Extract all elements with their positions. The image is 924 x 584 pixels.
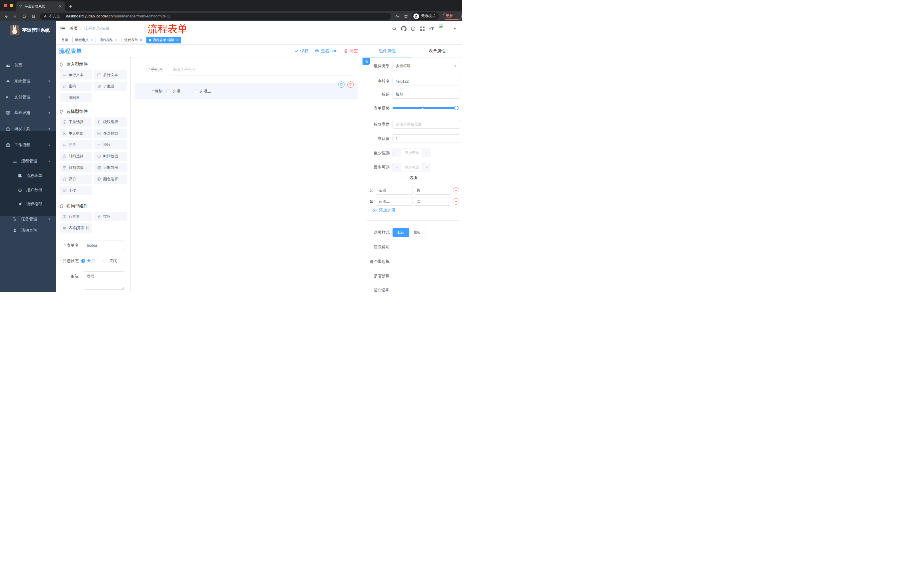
browser-update-button[interactable]: 更新 ⋮: [443, 13, 462, 20]
browser-menu-icon[interactable]: ⋮: [455, 14, 459, 18]
save-button[interactable]: 保存: [294, 48, 309, 54]
home-icon[interactable]: [30, 14, 36, 18]
address-bar[interactable]: 不安全 dashboard.yudao.iocoder.cn/bpm/manag…: [40, 13, 391, 20]
plus-icon[interactable]: ＋: [423, 163, 431, 171]
font-size-icon[interactable]: ᴛT: [429, 26, 434, 31]
tag-process-form[interactable]: 流程表单✕: [122, 37, 145, 43]
tag-home[interactable]: 首页: [59, 37, 71, 43]
reload-icon[interactable]: [21, 14, 28, 18]
tag-close-icon[interactable]: ✕: [90, 38, 93, 42]
key-icon[interactable]: [395, 14, 400, 18]
slider-track[interactable]: [393, 107, 456, 109]
minimize-window-button[interactable]: [10, 4, 13, 7]
selected-component-gender[interactable]: *性别 选项一 选项二: [135, 83, 358, 99]
palette-item-table[interactable]: 表格[开发中]: [60, 224, 92, 233]
option-1-label-input[interactable]: 选项一: [376, 186, 413, 194]
remove-option-button[interactable]: −: [453, 187, 459, 193]
form-remark-textarea[interactable]: 嘿嘿: [84, 271, 125, 290]
form-canvas[interactable]: *手机号 请输入手机号 *性别 选项一 选项二: [130, 58, 362, 292]
new-tab-button[interactable]: ＋: [68, 3, 73, 10]
form-grid-slider[interactable]: [393, 104, 456, 112]
delete-component-button[interactable]: [347, 81, 354, 88]
palette-item-single-text[interactable]: 单行文本: [60, 70, 92, 79]
search-icon[interactable]: [392, 26, 397, 31]
min-select-stepper[interactable]: − 至少应选 ＋: [393, 148, 431, 157]
status-radio-on[interactable]: 开启: [81, 258, 95, 263]
style-default-button[interactable]: 默认: [393, 228, 409, 237]
close-window-button[interactable]: [4, 4, 7, 7]
gender-checkbox-2[interactable]: [193, 89, 197, 93]
component-type-select[interactable]: 多选框组 ▼: [393, 62, 460, 70]
palette-item-button[interactable]: 按钮: [94, 212, 127, 221]
drag-handle-icon[interactable]: [369, 199, 373, 204]
palette-item-password[interactable]: 密码: [60, 82, 92, 91]
palette-item-row-container[interactable]: 行容器: [60, 212, 92, 221]
max-select-stepper[interactable]: − 最多可选 ＋: [393, 163, 431, 171]
form-name-input[interactable]: biubiu: [84, 240, 125, 250]
avatar-caret-icon[interactable]: ▼: [454, 27, 456, 30]
sidebar-item-process-model[interactable]: 流程模型: [0, 197, 56, 211]
avatar[interactable]: [438, 23, 449, 34]
sidebar-item-leave-query[interactable]: 请假查询: [0, 224, 56, 238]
gender-checkbox-1[interactable]: [167, 89, 170, 93]
drag-handle-icon[interactable]: [369, 188, 373, 192]
remove-option-button[interactable]: −: [453, 198, 459, 204]
sidebar-item-payment[interactable]: ¥ 支付管理▼: [0, 90, 56, 104]
palette-item-editor[interactable]: 编辑器: [60, 93, 92, 102]
link-tag[interactable]: [363, 58, 370, 65]
palette-item-time-picker[interactable]: 时间选择: [60, 152, 92, 161]
palette-item-textarea[interactable]: 多行文本: [94, 70, 127, 79]
minus-icon[interactable]: −: [393, 163, 401, 171]
copy-component-button[interactable]: [338, 81, 345, 88]
option-2-label-input[interactable]: 选项二: [376, 197, 413, 206]
palette-item-slider[interactable]: 滑块: [94, 140, 127, 150]
title-input[interactable]: 性别: [393, 90, 460, 99]
sidebar-collapse-icon[interactable]: [60, 26, 65, 31]
sidebar-item-infra[interactable]: 基础设施▼: [0, 106, 56, 120]
palette-item-upload[interactable]: 上传: [60, 186, 92, 195]
palette-item-date-range[interactable]: 日期范围: [94, 163, 127, 172]
palette-item-counter[interactable]: 计数器: [94, 82, 127, 91]
sidebar-item-workflow[interactable]: 工作流程▲: [0, 138, 56, 152]
tab-close-icon[interactable]: ✕: [58, 4, 63, 8]
forward-icon[interactable]: [12, 14, 18, 18]
tab-form-props[interactable]: 表单属性: [412, 44, 462, 58]
option-1-value-input[interactable]: 男: [414, 186, 451, 194]
clear-button[interactable]: 清空: [344, 48, 358, 54]
sidebar-logo-row[interactable]: 芋道管理系统: [0, 21, 56, 36]
sidebar-item-devtools[interactable]: 研发工具▼: [0, 122, 56, 136]
github-icon[interactable]: [401, 26, 406, 31]
tag-close-icon[interactable]: ✕: [140, 38, 142, 42]
palette-item-time-range[interactable]: 时间范围: [94, 152, 127, 161]
help-icon[interactable]: [411, 26, 416, 31]
breadcrumb-home[interactable]: 首页: [70, 26, 78, 31]
palette-item-select[interactable]: 下拉选择: [60, 117, 92, 127]
slider-handle[interactable]: [454, 106, 459, 110]
view-json-button[interactable]: 查看json: [315, 48, 337, 54]
status-radio-off[interactable]: 关闭: [103, 258, 117, 263]
field-name-input[interactable]: field122: [393, 77, 460, 86]
tag-process-model[interactable]: 流程模型✕: [97, 37, 120, 43]
minus-icon[interactable]: −: [393, 149, 401, 157]
palette-item-switch[interactable]: 开关: [60, 140, 92, 150]
back-icon[interactable]: [3, 14, 9, 18]
option-2-value-input[interactable]: 女: [414, 197, 451, 206]
palette-item-date-picker[interactable]: 日期选择: [60, 163, 92, 172]
palette-item-rate[interactable]: 评分: [60, 174, 92, 184]
bookmark-star-icon[interactable]: [404, 14, 408, 18]
sidebar-item-process-form[interactable]: 流程表单: [0, 169, 56, 183]
sidebar-item-system[interactable]: 系统管理▼: [0, 74, 56, 88]
tag-close-icon[interactable]: ✕: [115, 38, 117, 42]
fullscreen-icon[interactable]: [420, 26, 425, 31]
palette-item-cascader[interactable]: 级联选择: [94, 117, 127, 127]
tag-close-icon[interactable]: ✕: [176, 38, 179, 42]
phone-field-input[interactable]: 请输入手机号: [168, 64, 355, 76]
tag-process-definition[interactable]: 流程定义✕: [72, 37, 96, 43]
security-label[interactable]: 不安全: [49, 14, 60, 19]
browser-tab[interactable]: 芋道管理系统 ✕: [16, 2, 65, 11]
add-option-button[interactable]: 添加选项: [373, 208, 395, 213]
palette-item-color-picker[interactable]: 颜色选择: [94, 174, 127, 184]
style-button-button[interactable]: 按钮: [409, 228, 426, 237]
plus-icon[interactable]: ＋: [423, 149, 431, 157]
tag-process-form-edit[interactable]: 流程表单-编辑✕: [146, 37, 181, 43]
